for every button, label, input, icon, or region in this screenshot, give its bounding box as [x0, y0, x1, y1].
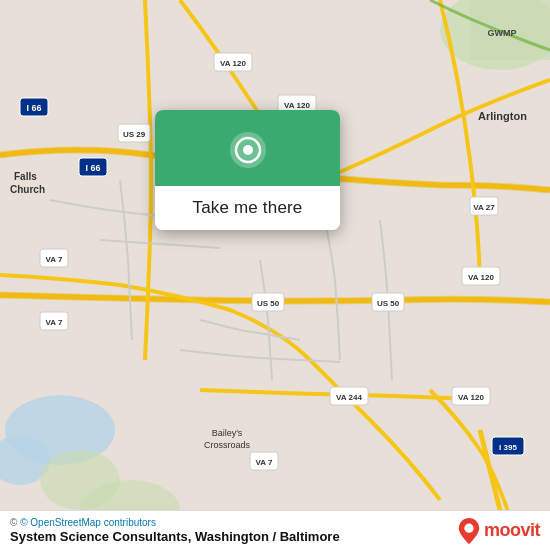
svg-text:US 29: US 29: [123, 130, 146, 139]
svg-text:GWMP: GWMP: [488, 28, 517, 38]
moovit-text: moovit: [484, 520, 540, 541]
svg-text:Falls: Falls: [14, 171, 37, 182]
svg-text:Bailey's: Bailey's: [212, 428, 243, 438]
svg-text:VA 120: VA 120: [220, 59, 246, 68]
map-container: I 66 I 66 US 29 VA 120 VA 120 VA 120 VA …: [0, 0, 550, 550]
svg-text:I 395: I 395: [499, 443, 517, 452]
svg-text:VA 120: VA 120: [468, 273, 494, 282]
location-popup: Take me there: [155, 110, 340, 230]
svg-point-46: [464, 523, 473, 532]
popup-header: [155, 110, 340, 186]
svg-text:VA 7: VA 7: [46, 318, 63, 327]
svg-text:VA 120: VA 120: [284, 101, 310, 110]
moovit-logo: moovit: [458, 518, 540, 544]
svg-text:I 66: I 66: [85, 163, 100, 173]
svg-text:VA 120: VA 120: [458, 393, 484, 402]
svg-point-45: [243, 145, 253, 155]
map-background: I 66 I 66 US 29 VA 120 VA 120 VA 120 VA …: [0, 0, 550, 550]
svg-text:Arlington: Arlington: [478, 110, 527, 122]
svg-text:Church: Church: [10, 184, 45, 195]
svg-text:Crossroads: Crossroads: [204, 440, 251, 450]
moovit-pin-icon: [458, 518, 480, 544]
svg-text:US 50: US 50: [257, 299, 280, 308]
popup-button-area[interactable]: Take me there: [155, 186, 340, 230]
svg-text:VA 7: VA 7: [46, 255, 63, 264]
attribution-text: © © OpenStreetMap contributors: [10, 517, 340, 528]
svg-text:US 50: US 50: [377, 299, 400, 308]
osm-link[interactable]: © OpenStreetMap contributors: [20, 517, 156, 528]
svg-text:VA 7: VA 7: [256, 458, 273, 467]
location-title: System Science Consultants, Washington /…: [10, 529, 340, 544]
location-pin-icon: [226, 128, 270, 172]
svg-text:VA 244: VA 244: [336, 393, 362, 402]
svg-text:VA 27: VA 27: [473, 203, 495, 212]
bottom-left-info: © © OpenStreetMap contributors System Sc…: [10, 517, 340, 544]
copyright-symbol: ©: [10, 517, 17, 528]
svg-text:I 66: I 66: [26, 103, 41, 113]
bottom-bar: © © OpenStreetMap contributors System Sc…: [0, 510, 550, 550]
take-me-there-button[interactable]: Take me there: [193, 198, 303, 218]
